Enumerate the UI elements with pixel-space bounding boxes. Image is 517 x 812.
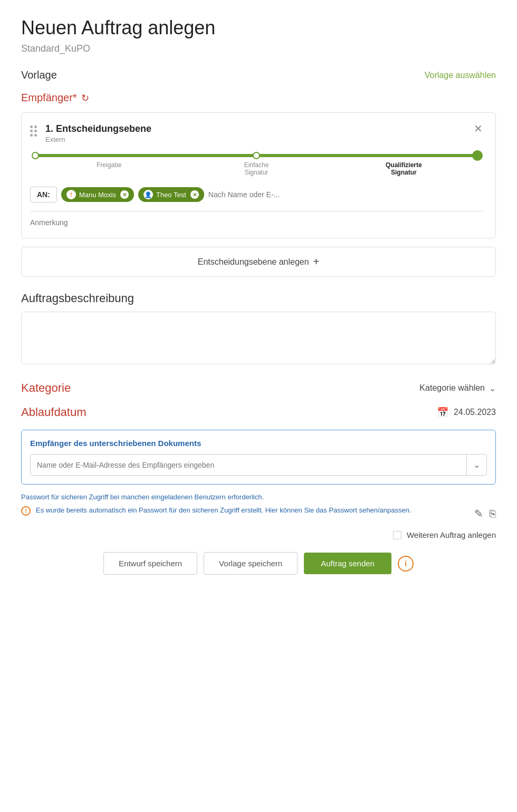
close-card-button[interactable]: ✕: [474, 123, 483, 134]
calendar-icon[interactable]: 📅: [437, 407, 448, 418]
an-label: AN:: [30, 187, 57, 202]
slider-label-einfach: EinfacheSignatur: [183, 161, 330, 176]
add-level-button[interactable]: Entscheidungsebene anlegen +: [21, 247, 496, 277]
empfanger-doc-select: ⌄: [30, 454, 487, 476]
card-header: 1. Entscheidungsebene Extern ✕: [30, 123, 483, 143]
refresh-icon[interactable]: ↻: [81, 92, 89, 104]
page-subtitle: Standard_KuPO: [21, 43, 496, 54]
copy-password-icon[interactable]: ⎘: [490, 508, 496, 520]
recipient-tag-manu: ! Manu Moxis ✕: [61, 187, 134, 202]
slider-point-einfach[interactable]: [253, 152, 260, 159]
recipient-search-input[interactable]: [208, 190, 483, 199]
entwurf-speichern-button[interactable]: Entwurf speichern: [103, 552, 197, 575]
empfanger-doc-input[interactable]: [31, 456, 466, 475]
password-warning-icon: !: [21, 506, 31, 516]
vorlage-label: Vorlage: [21, 69, 57, 81]
auftrag-senden-button[interactable]: Auftrag senden: [304, 553, 391, 574]
vorlage-speichern-button[interactable]: Vorlage speichern: [204, 552, 298, 575]
password-warning-text: Es wurde bereits automatisch ein Passwor…: [36, 505, 411, 516]
kategorie-select[interactable]: Kategorie wählen ⌄: [419, 383, 496, 393]
weiterer-label: Weiteren Auftrag anlegen: [407, 530, 496, 539]
plus-icon: +: [313, 256, 320, 268]
password-warning-row: ! Es wurde bereits automatisch ein Passw…: [21, 505, 411, 516]
card-header-left: 1. Entscheidungsebene Extern: [30, 123, 151, 143]
anmerkung-section: [30, 211, 483, 227]
auftragsbeschreibung-textarea[interactable]: [21, 312, 496, 364]
empfanger-doc-title: Empfänger des unterschriebenen Dokuments: [30, 439, 487, 448]
kategorie-row: Kategorie Kategorie wählen ⌄: [21, 381, 496, 395]
remove-manu-button[interactable]: ✕: [120, 190, 129, 199]
kategorie-chevron-icon: ⌄: [489, 383, 496, 393]
slider-labels: Freigabe EinfacheSignatur QualifizierteS…: [30, 161, 483, 176]
card-subtitle: Extern: [45, 136, 151, 143]
ablauf-label: Ablaufdatum: [21, 405, 87, 419]
auftragsbeschreibung-label: Auftragsbeschreibung: [21, 292, 496, 305]
slider-label-freigabe: Freigabe: [35, 161, 183, 176]
password-icons: ✎ ⎘: [474, 507, 496, 520]
recipient-name-theo: Theo Test: [156, 191, 186, 199]
slider-track: [35, 154, 477, 157]
ablauf-date-value: 24.05.2023: [454, 408, 496, 417]
action-buttons: Entwurf speichern Vorlage speichern Auft…: [21, 552, 496, 575]
vorlage-row: Vorlage Vorlage auswählen: [21, 69, 496, 81]
remove-theo-button[interactable]: ✕: [190, 190, 199, 199]
edit-password-icon[interactable]: ✎: [474, 507, 483, 520]
recipient-person-icon: 👤: [143, 190, 153, 199]
empfanger-doc-chevron-icon[interactable]: ⌄: [466, 455, 486, 475]
auftrag-info-icon[interactable]: i: [398, 556, 414, 572]
ablauf-date: 📅 24.05.2023: [437, 407, 496, 418]
decision-card: 1. Entscheidungsebene Extern ✕ Freigabe …: [21, 112, 496, 238]
recipient-tag-theo: 👤 Theo Test ✕: [138, 187, 204, 202]
empfanger-doc-box: Empfänger des unterschriebenen Dokuments…: [21, 430, 496, 485]
weiterer-auftrag-checkbox[interactable]: [393, 531, 401, 539]
slider-point-freigabe[interactable]: [32, 152, 39, 159]
kategorie-select-label: Kategorie wählen: [419, 383, 485, 393]
drag-handle[interactable]: [30, 123, 37, 137]
weiterer-row: Weiteren Auftrag anlegen: [21, 530, 496, 539]
slider-label-qualifiziert: QualifizierteSignatur: [330, 161, 477, 176]
recipient-name-manu: Manu Moxis: [79, 191, 116, 199]
empfanger-label: Empfänger* ↻: [21, 92, 496, 104]
slider-point-qualifiziert[interactable]: [472, 150, 483, 161]
recipients-row: AN: ! Manu Moxis ✕ 👤 Theo Test ✕: [30, 187, 483, 202]
card-title-block: 1. Entscheidungsebene Extern: [45, 123, 151, 143]
page-title: Neuen Auftrag anlegen: [21, 17, 496, 39]
card-title: 1. Entscheidungsebene: [45, 123, 151, 134]
anmerkung-input[interactable]: [30, 218, 483, 227]
vorlage-auswahlen-link[interactable]: Vorlage auswählen: [425, 71, 496, 80]
add-level-label: Entscheidungsebene anlegen: [198, 257, 309, 267]
slider-section: Freigabe EinfacheSignatur QualifizierteS…: [30, 154, 483, 176]
ablauf-row: Ablaufdatum 📅 24.05.2023: [21, 405, 496, 419]
recipient-warning-icon: !: [66, 190, 76, 199]
password-section: Passwort für sicheren Zugriff bei manche…: [21, 493, 496, 520]
kategorie-label: Kategorie: [21, 381, 71, 395]
password-note: Passwort für sicheren Zugriff bei manche…: [21, 493, 496, 501]
